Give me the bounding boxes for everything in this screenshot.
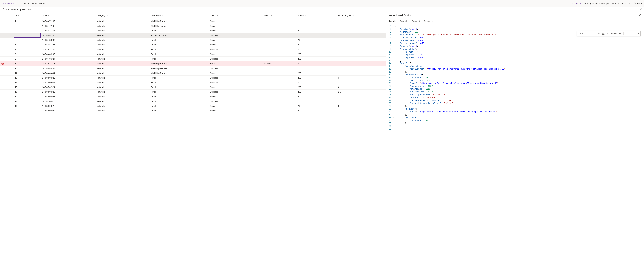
table-row[interactable]: 2014:58:50.928NetworkFetchSuccess200 bbox=[0, 108, 386, 113]
download-icon bbox=[32, 2, 34, 4]
person-add-icon bbox=[572, 2, 574, 4]
find-input[interactable] bbox=[577, 32, 597, 36]
details-pane: AssetLoad.Script Details Formula Request… bbox=[386, 12, 644, 256]
session-bar: Model-driven app session bbox=[0, 7, 644, 12]
svg-point-1 bbox=[634, 2, 636, 4]
table-row[interactable]: 1714:58:50.925NetworkFetchSuccess200 bbox=[0, 94, 386, 99]
table-row[interactable]: 1214:58:48.494NetworkXMLHttpRequestSucce… bbox=[0, 71, 386, 75]
find-in-selection-icon[interactable]: ≡ bbox=[632, 33, 636, 35]
table-row[interactable]: 414:58:48.106NetworkAssetLoad.ScriptSucc… bbox=[0, 33, 386, 38]
table-row[interactable]: 614:58:48.235NetworkFetchSuccess200 bbox=[0, 42, 386, 47]
svg-point-0 bbox=[573, 2, 573, 3]
regex-icon[interactable]: .* bbox=[605, 33, 609, 35]
table-row[interactable]: 814:58:48.296NetworkFetchSuccess200 bbox=[0, 52, 386, 56]
col-response[interactable]: Res... bbox=[263, 12, 296, 19]
col-time[interactable]: Time bbox=[41, 12, 95, 19]
json-editor[interactable]: Aa Ab .* No Results ← → ≡ ✕ 123456789101… bbox=[386, 24, 644, 256]
prev-match-icon[interactable]: ← bbox=[624, 33, 628, 35]
next-match-icon[interactable]: → bbox=[628, 33, 632, 35]
events-table: Id Time Category Operation Result Res...… bbox=[0, 12, 386, 113]
col-operation[interactable]: Operation bbox=[150, 12, 208, 19]
match-case-icon[interactable]: Aa bbox=[597, 33, 601, 35]
play-icon bbox=[584, 2, 586, 4]
upload-icon bbox=[18, 2, 21, 4]
invite-button[interactable]: Invite bbox=[572, 2, 581, 5]
clear-data-button[interactable]: Clear data bbox=[2, 2, 16, 5]
find-status: No Results bbox=[609, 32, 623, 35]
col-status[interactable]: Status bbox=[296, 12, 337, 19]
col-duration[interactable]: Duration (ms) bbox=[337, 12, 386, 19]
close-icon bbox=[2, 2, 4, 4]
col-id[interactable]: Id bbox=[14, 12, 41, 19]
expand-icon[interactable] bbox=[638, 14, 641, 17]
main-toolbar: Clear data Upload Download Invite Play m… bbox=[0, 0, 644, 7]
compact-list-button[interactable]: Compact list bbox=[612, 2, 631, 5]
table-row[interactable]: 314:58:47.771NetworkFetchSuccess200 bbox=[0, 28, 386, 33]
table-row[interactable]: 114:58:47.167NetworkXMLHttpRequestSucces… bbox=[0, 19, 386, 23]
tab-details[interactable]: Details bbox=[389, 19, 396, 24]
table-row[interactable]: 1414:58:50.922NetworkFetchSuccess200 bbox=[0, 80, 386, 85]
events-table-scroll[interactable]: Id Time Category Operation Result Res...… bbox=[0, 12, 386, 256]
list-icon bbox=[612, 2, 614, 4]
table-row[interactable]: 1814:58:50.926NetworkFetchSuccess200 bbox=[0, 99, 386, 104]
chevron-down-icon bbox=[628, 2, 631, 4]
session-label: Model-driven app session bbox=[6, 8, 31, 11]
col-result[interactable]: Result bbox=[208, 12, 263, 19]
match-word-icon[interactable]: Ab bbox=[601, 33, 605, 35]
table-row[interactable]: 1114:58:48.453NetworkXMLHttpRequestSucce… bbox=[0, 66, 386, 71]
detail-tabs: Details Formula Request Response bbox=[386, 19, 644, 24]
tab-request[interactable]: Request bbox=[412, 19, 420, 24]
events-pane: Id Time Category Operation Result Res...… bbox=[0, 12, 386, 256]
find-close-icon[interactable]: ✕ bbox=[636, 33, 640, 35]
detail-title: AssetLoad.Script bbox=[389, 14, 411, 17]
session-close-button[interactable] bbox=[640, 8, 642, 11]
tab-response[interactable]: Response bbox=[424, 19, 434, 24]
table-row[interactable]: 1614:58:50.925NetworkFetchSuccess2001,0 bbox=[0, 90, 386, 94]
filter-button[interactable]: Filter bbox=[634, 2, 642, 5]
table-row[interactable]: 1314:58:50.922NetworkFetchSuccess2003 bbox=[0, 75, 386, 80]
table-row[interactable]: 214:58:47.167NetworkXMLHttpRequestSucces… bbox=[0, 23, 386, 28]
play-button[interactable]: Play model-driven app bbox=[584, 2, 609, 5]
info-icon bbox=[2, 8, 4, 10]
error-icon: ✕ bbox=[1, 63, 4, 65]
col-category[interactable]: Category bbox=[95, 12, 150, 19]
download-button[interactable]: Download bbox=[32, 2, 45, 5]
tab-formula[interactable]: Formula bbox=[400, 19, 408, 24]
table-row[interactable]: 1514:58:50.924NetworkFetchSuccess2006 bbox=[0, 85, 386, 90]
table-row[interactable]: 914:58:48.324NetworkFetchSuccess200 bbox=[0, 56, 386, 61]
table-row[interactable]: ✕1014:58:48.378NetworkXMLHttpRequestErro… bbox=[0, 61, 386, 66]
table-row[interactable]: 514:58:48.233NetworkFetchSuccess200 bbox=[0, 38, 386, 42]
find-bar: Aa Ab .* No Results ← → ≡ ✕ bbox=[577, 31, 641, 36]
upload-button[interactable]: Upload bbox=[18, 2, 29, 5]
table-row[interactable]: 714:58:48.236NetworkFetchSuccess200 bbox=[0, 47, 386, 52]
filter-icon bbox=[634, 2, 636, 4]
table-row[interactable]: 1914:58:50.927NetworkFetchSuccess2005 bbox=[0, 104, 386, 108]
